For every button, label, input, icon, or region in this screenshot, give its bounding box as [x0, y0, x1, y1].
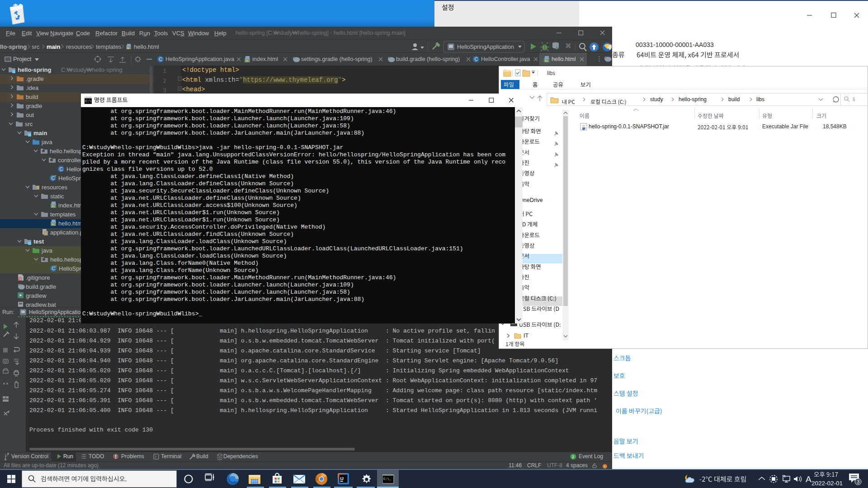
svg-text:IJ: IJ: [340, 476, 344, 481]
svg-text:H: H: [52, 204, 55, 208]
svg-text:C: C: [60, 167, 63, 172]
svg-text:HelloSpringApplication: HelloSpringApplication: [457, 44, 514, 50]
svg-text:3: 3: [857, 479, 860, 484]
svg-text:C: C: [159, 57, 162, 62]
svg-text:H: H: [127, 47, 129, 50]
svg-text:C: C: [475, 57, 478, 62]
svg-text:H: H: [246, 59, 249, 63]
svg-text:C: C: [52, 176, 55, 181]
svg-text:A: A: [806, 474, 811, 484]
